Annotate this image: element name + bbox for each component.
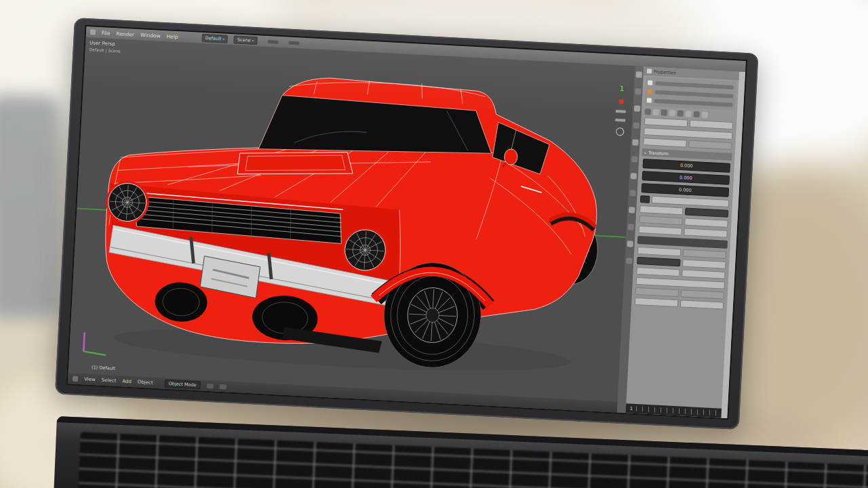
background-monitor-edge [0,95,60,319]
outliner-item-label [654,98,733,106]
viewport-3d[interactable]: User Persp Default | Scene [68,37,635,402]
menu-object[interactable]: Object [138,380,153,386]
scene-icon[interactable] [653,109,659,115]
timeline-ticks[interactable] [636,406,717,415]
application-logo-icon[interactable] [90,29,96,35]
properties-icon [647,68,652,73]
material-icon[interactable] [686,110,692,117]
keyframe-indicator-icon [618,99,623,104]
mode-selector[interactable]: Object Mode [164,380,201,390]
panel-button[interactable] [637,247,681,256]
world-icon[interactable] [634,105,640,111]
headlight-left [106,181,149,224]
panel-button[interactable] [684,218,728,227]
layout-selector-value: Default [205,35,221,41]
material-icon[interactable] [631,156,637,162]
panel-button[interactable] [652,196,729,207]
panel-button[interactable] [684,228,727,237]
menu-select[interactable]: Select [101,378,116,384]
physics-icon[interactable] [629,207,635,213]
panel-button[interactable] [683,249,726,258]
object-icon[interactable] [669,110,675,116]
app-window: File Render Window Help Default ▾ Scene … [66,25,748,420]
menu-file[interactable]: File [102,30,111,37]
lamp-icon [647,98,652,102]
scene-selector-value: Scene [237,37,251,43]
car-model[interactable] [79,54,612,393]
chevron-right-icon: ▸ [645,150,647,155]
panel-timeline[interactable]: 1 [626,403,722,418]
panel-button[interactable] [635,287,679,297]
header-decoration [288,41,299,45]
laptop-screen: File Render Window Help Default ▾ Scene … [55,18,759,430]
texture-icon[interactable] [631,173,637,179]
panel-toggle[interactable] [640,195,650,203]
viewport-slider[interactable] [615,119,625,122]
screen-layout-selector[interactable]: Default ▾ [201,34,228,43]
menu-render[interactable]: Render [116,30,134,37]
panel-button[interactable] [681,289,724,299]
panel-button[interactable] [639,205,683,215]
tool-icon[interactable] [626,258,632,264]
texture-icon[interactable] [694,111,700,117]
data-icon[interactable] [627,241,633,247]
axis-gizmo [77,329,111,359]
shading-selector-icon[interactable] [206,383,213,388]
manipulator-icon[interactable] [615,127,624,136]
render-icon[interactable] [636,71,642,77]
editor-type-icon[interactable] [73,376,78,382]
render-icon[interactable] [645,108,651,115]
constraints-icon[interactable] [628,224,634,230]
section-label: Transform [648,150,669,157]
properties-header-label: Properties [654,68,676,75]
modifiers-icon[interactable] [632,139,638,145]
camera-icon [648,80,652,85]
scene-info-label: Default | Scene [89,47,120,53]
modifiers-icon[interactable] [677,110,684,117]
panel-button[interactable] [680,300,724,309]
outliner [644,77,736,110]
transform-field-z[interactable]: 0.000 [642,183,730,197]
properties-panel: Properties [626,66,746,418]
panel-button[interactable] [636,267,679,277]
panel-button[interactable] [635,298,678,307]
menu-view[interactable]: View [84,376,96,382]
panel-button[interactable] [643,138,686,147]
chevron-down-icon: ▾ [222,37,224,41]
panel-button[interactable] [682,269,725,279]
menu-window[interactable]: Window [140,32,161,39]
menu-add[interactable]: Add [122,378,132,384]
physics-icon[interactable] [702,112,708,118]
world-icon[interactable] [661,109,667,115]
headlight-right [342,228,388,273]
panel-button[interactable] [690,120,733,129]
transform-field-x[interactable]: 0.000 [643,159,731,173]
scene-selector[interactable]: Scene ▾ [234,35,258,45]
timeline-frame-label: 1 [630,406,633,411]
panel-button[interactable] [637,257,680,266]
particles-icon[interactable] [629,190,635,196]
scene-icon[interactable] [635,88,641,94]
frame-indicator: 1 [619,84,625,93]
object-icon[interactable] [633,122,639,128]
viewport-footer-label: (1) Default [92,365,115,371]
transform-field-y[interactable]: 0.000 [642,171,730,185]
panel-button[interactable] [638,226,682,235]
header-decoration [267,39,278,43]
view-perspective-label: User Persp [90,40,115,47]
cube-icon [647,89,652,94]
panel-button[interactable] [639,216,682,225]
panel-button[interactable] [682,259,726,268]
pivot-selector-icon[interactable] [219,384,226,389]
viewport-overlays: 1 [614,84,627,136]
panel-button[interactable] [685,208,728,218]
panel-button[interactable] [688,140,732,150]
chevron-down-icon: ▾ [252,39,254,43]
menu-help[interactable]: Help [166,33,178,40]
panel-button[interactable] [644,117,688,127]
viewport-slider[interactable] [616,110,626,113]
